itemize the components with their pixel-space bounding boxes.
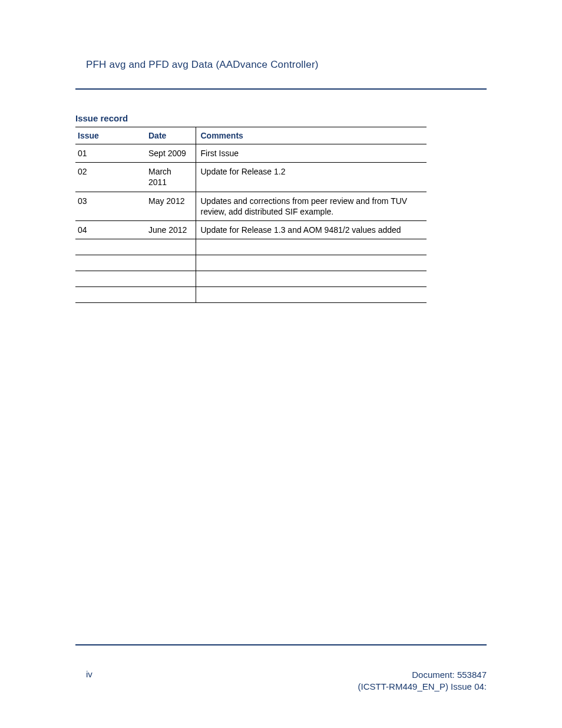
page-number: iv bbox=[75, 669, 92, 679]
cell-comments bbox=[196, 255, 427, 271]
cell-date bbox=[146, 239, 196, 255]
footer-rule bbox=[75, 644, 487, 645]
page-title: PFH avg and PFD avg Data (AADvance Contr… bbox=[86, 59, 487, 71]
footer-doc-block: Document: 553847 (ICSTT-RM449_EN_P) Issu… bbox=[358, 669, 487, 693]
col-header-date: Date bbox=[146, 127, 196, 144]
cell-date: Sept 2009 bbox=[146, 144, 196, 163]
page-footer: iv Document: 553847 (ICSTT-RM449_EN_P) I… bbox=[75, 644, 487, 693]
cell-date: March 2011 bbox=[146, 163, 196, 192]
table-row bbox=[75, 239, 427, 255]
table-row bbox=[75, 255, 427, 271]
issue-record-table: Issue Date Comments 01 Sept 2009 First I… bbox=[75, 127, 427, 303]
cell-comments bbox=[196, 271, 427, 287]
cell-issue: 02 bbox=[75, 163, 146, 192]
footer-doc-line1: Document: 553847 bbox=[358, 669, 487, 681]
cell-comments: First Issue bbox=[196, 144, 427, 163]
document-page: PFH avg and PFD avg Data (AADvance Contr… bbox=[0, 0, 562, 728]
cell-issue: 04 bbox=[75, 220, 146, 239]
footer-row: iv Document: 553847 (ICSTT-RM449_EN_P) I… bbox=[75, 669, 487, 693]
cell-issue bbox=[75, 255, 146, 271]
cell-issue: 03 bbox=[75, 192, 146, 220]
cell-issue: 01 bbox=[75, 144, 146, 163]
cell-comments: Updates and corrections from peer review… bbox=[196, 192, 427, 220]
cell-comments: Update for Release 1.3 and AOM 9481/2 va… bbox=[196, 220, 427, 239]
cell-issue bbox=[75, 271, 146, 287]
col-header-comments: Comments bbox=[196, 127, 427, 144]
cell-date: May 2012 bbox=[146, 192, 196, 220]
header-rule bbox=[75, 88, 487, 90]
table-row bbox=[75, 271, 427, 287]
cell-date: June 2012 bbox=[146, 220, 196, 239]
cell-comments bbox=[196, 239, 427, 255]
cell-issue bbox=[75, 287, 146, 303]
cell-comments bbox=[196, 287, 427, 303]
table-row bbox=[75, 287, 427, 303]
section-title: Issue record bbox=[75, 113, 487, 123]
cell-issue bbox=[75, 239, 146, 255]
cell-date bbox=[146, 255, 196, 271]
table-row: 02 March 2011 Update for Release 1.2 bbox=[75, 163, 427, 192]
table-header-row: Issue Date Comments bbox=[75, 127, 427, 144]
cell-date bbox=[146, 271, 196, 287]
table-row: 01 Sept 2009 First Issue bbox=[75, 144, 427, 163]
table-row: 04 June 2012 Update for Release 1.3 and … bbox=[75, 220, 427, 239]
col-header-issue: Issue bbox=[75, 127, 146, 144]
footer-doc-line2: (ICSTT-RM449_EN_P) Issue 04: bbox=[358, 681, 487, 693]
cell-date bbox=[146, 287, 196, 303]
table-row: 03 May 2012 Updates and corrections from… bbox=[75, 192, 427, 220]
cell-comments: Update for Release 1.2 bbox=[196, 163, 427, 192]
